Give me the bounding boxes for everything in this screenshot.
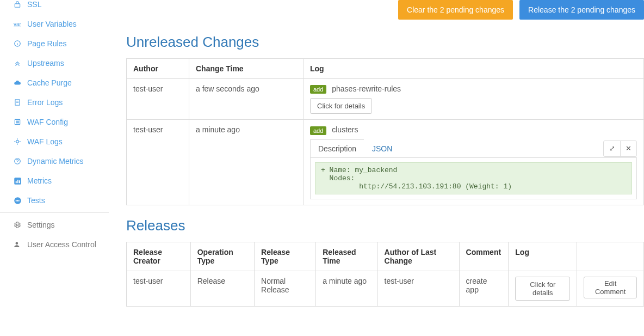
sidebar-item-label: Metrics bbox=[27, 176, 52, 185]
close-icon[interactable]: ✕ bbox=[620, 141, 636, 156]
gear-icon bbox=[12, 221, 23, 229]
unreleased-title: Unreleased Changes bbox=[126, 34, 644, 51]
test-icon bbox=[12, 197, 23, 205]
diff-codebox: + Name: my_backend Nodes: http://54.213.… bbox=[315, 162, 632, 194]
action-bar: Clear the 2 pending changes Release the … bbox=[126, 0, 644, 29]
sidebar-item-label: Dynamic Metrics bbox=[27, 157, 83, 166]
sidebar-item-user-variables[interactable]: var User Variables bbox=[0, 14, 109, 34]
col-log: Log bbox=[304, 59, 644, 79]
svg-rect-19 bbox=[15, 181, 16, 183]
expand-icon[interactable]: ⤢ bbox=[604, 141, 620, 156]
svg-rect-0 bbox=[15, 4, 20, 7]
sidebar-item-waf-logs[interactable]: WAF Logs bbox=[0, 132, 109, 151]
sidebar-item-dynamic-metrics[interactable]: Dynamic Metrics bbox=[0, 151, 109, 171]
indicator-icon bbox=[12, 138, 23, 145]
sidebar-item-upstreams[interactable]: Upstreams bbox=[0, 53, 109, 73]
log-target: phases-rewrite-rules bbox=[332, 84, 401, 93]
sidebar-item-label: WAF Logs bbox=[27, 137, 63, 146]
sidebar-item-label: User Variables bbox=[27, 20, 77, 28]
releases-table: Release Creator Operation Type Release T… bbox=[126, 242, 644, 307]
col-creator: Release Creator bbox=[127, 242, 191, 271]
svg-point-11 bbox=[16, 140, 19, 143]
col-time: Change Time bbox=[189, 59, 304, 79]
svg-point-26 bbox=[16, 224, 18, 226]
sidebar-item-waf-config[interactable]: WAF Config bbox=[0, 112, 109, 132]
sidebar-item-label: User Access Control bbox=[27, 240, 96, 249]
sidebar-item-label: Page Rules bbox=[27, 39, 66, 48]
sidebar-item-error-logs[interactable]: Error Logs bbox=[0, 93, 109, 112]
list-icon bbox=[12, 118, 23, 126]
sidebar-item-label: SSL bbox=[27, 0, 41, 9]
user-icon bbox=[12, 241, 23, 248]
release-op-type: Release bbox=[190, 271, 254, 306]
col-log: Log bbox=[509, 242, 577, 271]
detail-tab-icons: ⤢ ✕ bbox=[603, 140, 637, 157]
release-last-author: test-user bbox=[377, 271, 459, 306]
release-row: test-user Release Normal Release a minut… bbox=[127, 271, 644, 306]
detail-tabs: Description JSON ⤢ ✕ bbox=[310, 139, 637, 158]
sidebar-item-metrics[interactable]: Metrics bbox=[0, 171, 109, 191]
col-comment: Comment bbox=[459, 242, 509, 271]
upstreams-icon bbox=[12, 59, 23, 67]
change-author: test-user bbox=[127, 120, 189, 205]
col-author: Author bbox=[127, 59, 189, 79]
tab-description[interactable]: Description bbox=[310, 139, 364, 158]
tab-json[interactable]: JSON bbox=[364, 139, 400, 158]
svg-rect-21 bbox=[19, 180, 20, 183]
change-author: test-user bbox=[127, 79, 189, 120]
sidebar-item-cache-purge[interactable]: Cache Purge bbox=[0, 73, 109, 93]
question-icon bbox=[12, 157, 23, 165]
sidebar-item-label: Tests bbox=[27, 196, 45, 205]
sidebar-item-label: Cache Purge bbox=[27, 78, 72, 87]
var-icon: var bbox=[12, 21, 23, 27]
sidebar-item-tests[interactable]: Tests bbox=[0, 191, 109, 210]
log-target: clusters bbox=[332, 125, 358, 134]
change-log-cell: add phases-rewrite-rules Click for detai… bbox=[304, 79, 644, 120]
col-rel-time: Released Time bbox=[316, 242, 377, 271]
col-rel-type: Release Type bbox=[255, 242, 316, 271]
unreleased-table: Author Change Time Log test-user a few s… bbox=[126, 58, 644, 205]
clear-changes-button[interactable]: Clear the 2 pending changes bbox=[398, 0, 513, 20]
release-rel-time: a minute ago bbox=[316, 271, 377, 306]
sidebar-divider bbox=[0, 212, 109, 213]
information-icon bbox=[12, 40, 23, 47]
release-actions: Edit Comment bbox=[577, 271, 644, 306]
change-time: a minute ago bbox=[189, 120, 304, 205]
bar-chart-icon bbox=[12, 177, 23, 185]
sidebar: SSL var User Variables Page Rules Upstre… bbox=[0, 0, 109, 329]
sidebar-item-user-access[interactable]: User Access Control bbox=[0, 235, 109, 254]
release-changes-button[interactable]: Release the 2 pending changes bbox=[519, 0, 644, 20]
add-badge: add bbox=[310, 85, 326, 94]
sidebar-item-ssl[interactable]: SSL bbox=[0, 0, 109, 14]
release-details-button[interactable]: Click for details bbox=[515, 277, 570, 301]
sidebar-item-label: Settings bbox=[27, 221, 55, 229]
col-op-type: Operation Type bbox=[190, 242, 254, 271]
change-time: a few seconds ago bbox=[189, 79, 304, 120]
svg-rect-23 bbox=[15, 200, 16, 201]
details-button[interactable]: Click for details bbox=[310, 98, 372, 114]
svg-rect-24 bbox=[17, 200, 18, 201]
sidebar-item-page-rules[interactable]: Page Rules bbox=[0, 34, 109, 53]
lock-icon bbox=[12, 1, 23, 8]
add-badge: add bbox=[310, 126, 326, 135]
change-row: test-user a few seconds ago add phases-r… bbox=[127, 79, 644, 120]
edit-comment-button[interactable]: Edit Comment bbox=[584, 277, 637, 298]
release-creator: test-user bbox=[127, 271, 191, 306]
col-actions bbox=[577, 242, 644, 271]
codebox-container: + Name: my_backend Nodes: http://54.213.… bbox=[310, 157, 637, 199]
change-row: test-user a minute ago add clusters Desc… bbox=[127, 120, 644, 205]
document-icon bbox=[12, 99, 23, 106]
main-content: Clear the 2 pending changes Release the … bbox=[109, 0, 644, 329]
releases-title: Releases bbox=[126, 217, 644, 234]
release-log: Click for details bbox=[509, 271, 577, 306]
release-comment: create app bbox=[459, 271, 509, 306]
svg-rect-25 bbox=[18, 200, 19, 201]
release-rel-type: Normal Release bbox=[255, 271, 316, 306]
sidebar-item-label: Upstreams bbox=[27, 59, 64, 68]
change-log-cell: add clusters Description JSON ⤢ ✕ bbox=[304, 120, 644, 205]
svg-point-27 bbox=[16, 242, 18, 245]
svg-rect-20 bbox=[17, 180, 18, 183]
cloud-icon bbox=[12, 79, 23, 87]
sidebar-item-settings[interactable]: Settings bbox=[0, 215, 109, 235]
sidebar-item-label: Error Logs bbox=[27, 98, 63, 107]
